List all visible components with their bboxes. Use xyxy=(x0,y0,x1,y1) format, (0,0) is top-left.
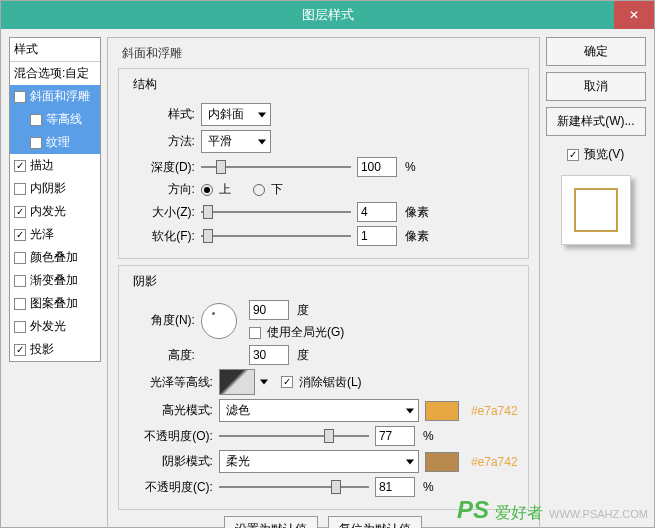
highlight-color-swatch[interactable] xyxy=(425,401,459,421)
angle-wheel[interactable] xyxy=(201,303,237,339)
checkbox-icon[interactable] xyxy=(14,252,26,264)
up-label: 上 xyxy=(219,181,231,198)
style-item-pattern-overlay[interactable]: 图案叠加 xyxy=(10,292,100,315)
highlight-mode-row: 高光模式: 滤色 #e7a742 xyxy=(129,399,518,422)
preview-box xyxy=(561,175,631,245)
preview-label: 预览(V) xyxy=(584,146,624,163)
structure-title: 结构 xyxy=(129,76,161,93)
direction-down-radio[interactable] xyxy=(253,184,265,196)
style-row: 样式: 内斜面 xyxy=(129,103,518,126)
soften-row: 软化(F): 像素 xyxy=(129,226,518,246)
shadow-mode-select[interactable]: 柔光 xyxy=(219,450,419,473)
gloss-contour[interactable] xyxy=(219,369,255,395)
highlight-opacity-row: 不透明度(O): % xyxy=(129,426,518,446)
styles-header[interactable]: 样式 xyxy=(10,38,100,62)
soften-input[interactable] xyxy=(357,226,397,246)
direction-label: 方向: xyxy=(129,181,195,198)
checkbox-icon[interactable] xyxy=(30,137,42,149)
method-label: 方法: xyxy=(129,133,195,150)
angle-row: 角度(N): 度 使用全局光(G) xyxy=(129,300,518,341)
checkbox-icon[interactable] xyxy=(14,298,26,310)
style-item-contour[interactable]: 等高线 xyxy=(10,108,100,131)
shadow-mode-label: 阴影模式: xyxy=(129,453,213,470)
size-unit: 像素 xyxy=(405,204,429,221)
size-label: 大小(Z): xyxy=(129,204,195,221)
shading-group: 阴影 角度(N): 度 使用全局光(G) xyxy=(118,265,529,510)
style-item-stroke[interactable]: 描边 xyxy=(10,154,100,177)
depth-row: 深度(D): % xyxy=(129,157,518,177)
altitude-row: 高度: 度 xyxy=(129,345,518,365)
method-select[interactable]: 平滑 xyxy=(201,130,271,153)
blend-options-item[interactable]: 混合选项:自定 xyxy=(10,62,100,85)
settings-panel: 斜面和浮雕 结构 样式: 内斜面 方法: 平滑 深度(D): xyxy=(107,37,540,519)
structure-group: 结构 样式: 内斜面 方法: 平滑 深度(D): % xyxy=(118,68,529,259)
preview-row: 预览(V) xyxy=(546,146,646,163)
checkbox-icon[interactable] xyxy=(14,275,26,287)
altitude-label: 高度: xyxy=(129,347,195,364)
global-light-checkbox[interactable] xyxy=(249,327,261,339)
depth-input[interactable] xyxy=(357,157,397,177)
style-item-color-overlay[interactable]: 颜色叠加 xyxy=(10,246,100,269)
titlebar: 图层样式 ✕ xyxy=(1,1,654,29)
depth-slider[interactable] xyxy=(201,160,351,174)
style-item-inner-shadow[interactable]: 内阴影 xyxy=(10,177,100,200)
shadow-opacity-label: 不透明度(C): xyxy=(129,479,213,496)
bevel-group: 斜面和浮雕 结构 样式: 内斜面 方法: 平滑 深度(D): xyxy=(107,37,540,528)
antialias-label: 消除锯齿(L) xyxy=(299,374,362,391)
shadow-color-swatch[interactable] xyxy=(425,452,459,472)
global-light-label: 使用全局光(G) xyxy=(267,324,344,341)
altitude-input[interactable] xyxy=(249,345,289,365)
styles-list: 样式 混合选项:自定 斜面和浮雕 等高线 纹理 描边 内阴影 内发光 光泽 颜色… xyxy=(9,37,101,362)
preview-checkbox[interactable] xyxy=(567,149,579,161)
size-input[interactable] xyxy=(357,202,397,222)
direction-up-radio[interactable] xyxy=(201,184,213,196)
checkbox-icon[interactable] xyxy=(14,160,26,172)
styles-panel: 样式 混合选项:自定 斜面和浮雕 等高线 纹理 描边 内阴影 内发光 光泽 颜色… xyxy=(9,37,101,519)
style-item-outer-glow[interactable]: 外发光 xyxy=(10,315,100,338)
style-item-gradient-overlay[interactable]: 渐变叠加 xyxy=(10,269,100,292)
highlight-opacity-input[interactable] xyxy=(375,426,415,446)
style-item-drop-shadow[interactable]: 投影 xyxy=(10,338,100,361)
soften-slider[interactable] xyxy=(201,229,351,243)
checkbox-icon[interactable] xyxy=(30,114,42,126)
highlight-opacity-label: 不透明度(O): xyxy=(129,428,213,445)
style-item-inner-glow[interactable]: 内发光 xyxy=(10,200,100,223)
reset-default-button[interactable]: 复位为默认值 xyxy=(328,516,422,528)
style-label: 样式: xyxy=(129,106,195,123)
close-button[interactable]: ✕ xyxy=(614,1,654,29)
right-panel: 确定 取消 新建样式(W)... 预览(V) xyxy=(546,37,646,519)
size-slider[interactable] xyxy=(201,205,351,219)
size-row: 大小(Z): 像素 xyxy=(129,202,518,222)
checkbox-icon[interactable] xyxy=(14,321,26,333)
angle-label: 角度(N): xyxy=(129,312,195,329)
checkbox-icon[interactable] xyxy=(14,229,26,241)
angle-input[interactable] xyxy=(249,300,289,320)
soften-unit: 像素 xyxy=(405,228,429,245)
checkbox-icon[interactable] xyxy=(14,91,26,103)
style-item-satin[interactable]: 光泽 xyxy=(10,223,100,246)
shadow-mode-row: 阴影模式: 柔光 #e7a742 xyxy=(129,450,518,473)
style-item-texture[interactable]: 纹理 xyxy=(10,131,100,154)
shadow-opacity-slider[interactable] xyxy=(219,480,369,494)
group-title: 斜面和浮雕 xyxy=(118,45,186,62)
highlight-opacity-unit: % xyxy=(423,429,434,443)
style-select[interactable]: 内斜面 xyxy=(201,103,271,126)
checkbox-icon[interactable] xyxy=(14,183,26,195)
highlight-hex: #e7a742 xyxy=(471,404,518,418)
window-title: 图层样式 xyxy=(302,6,354,24)
style-item-bevel[interactable]: 斜面和浮雕 xyxy=(10,85,100,108)
cancel-button[interactable]: 取消 xyxy=(546,72,646,101)
altitude-unit: 度 xyxy=(297,347,309,364)
gloss-row: 光泽等高线: 消除锯齿(L) xyxy=(129,369,518,395)
preview-swatch xyxy=(574,188,618,232)
ok-button[interactable]: 确定 xyxy=(546,37,646,66)
direction-row: 方向: 上 下 xyxy=(129,181,518,198)
highlight-mode-select[interactable]: 滤色 xyxy=(219,399,419,422)
antialias-checkbox[interactable] xyxy=(281,376,293,388)
highlight-opacity-slider[interactable] xyxy=(219,429,369,443)
new-style-button[interactable]: 新建样式(W)... xyxy=(546,107,646,136)
shadow-opacity-input[interactable] xyxy=(375,477,415,497)
checkbox-icon[interactable] xyxy=(14,344,26,356)
checkbox-icon[interactable] xyxy=(14,206,26,218)
set-default-button[interactable]: 设置为默认值 xyxy=(224,516,318,528)
